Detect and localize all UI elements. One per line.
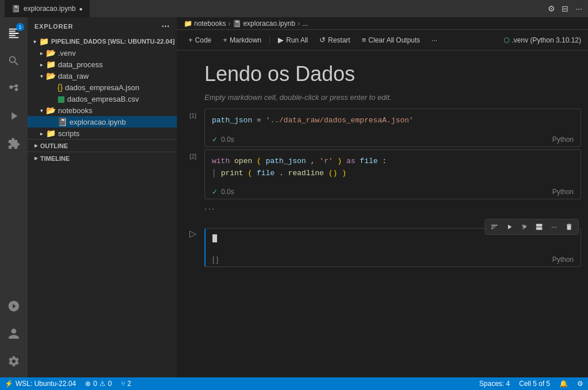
exploracao-label: exploracao.ipynb [69, 118, 126, 126]
tree-item-json[interactable]: {} dados_empresaA.json [28, 82, 177, 93]
breadcrumb-notebooks-label: notebooks [194, 20, 226, 28]
cell-code-inner-2: with open ( path_json , 'r' ) as file : [205, 150, 581, 186]
code-cell-2: [2] with open ( path_json , 'r' ) as [177, 149, 588, 200]
errors-status[interactable]: ⊗ 0 ⚠ 0 [80, 377, 116, 390]
tree-item-scripts[interactable]: ▸ 📁 scripts [28, 128, 177, 139]
cell-success-icon: ✓ [212, 136, 218, 144]
more-cell-button[interactable]: ··· [547, 221, 561, 233]
more-toolbar-button[interactable]: ··· [427, 34, 442, 46]
more-icon[interactable]: ··· [574, 4, 583, 13]
cell-output-5: [ ] [206, 254, 218, 265]
scripts-folder-icon: 📁 [46, 129, 56, 138]
main-layout: 1 Explorer ⋯ [0, 17, 588, 377]
cell-gutter-1: [1] [181, 109, 204, 119]
run-debug-activity-icon[interactable] [0, 102, 28, 130]
timeline-label: TIMELINE [40, 155, 69, 162]
code-token: readline [288, 169, 324, 177]
search-activity-icon[interactable] [0, 47, 28, 75]
outline-header[interactable]: ▸ OUTLINE [28, 140, 177, 152]
explorer-activity-icon[interactable]: 1 [0, 20, 28, 47]
timeline-arrow-icon: ▸ [34, 155, 38, 162]
activity-badge: 1 [16, 23, 24, 31]
bell-icon: 🔔 [559, 380, 568, 388]
cell-code-area-2[interactable]: with open ( path_json , 'r' ) as file : [204, 149, 581, 200]
gear-icon[interactable]: ⚙ [547, 4, 556, 13]
source-control-activity-icon[interactable] [0, 75, 28, 102]
cell-number-1: [1] [189, 109, 196, 119]
folder-icon: 📁 [39, 37, 49, 46]
cell-output-2: ✓ 0.0s [205, 186, 234, 198]
breadcrumb-more[interactable]: ... [302, 20, 308, 28]
data-process-arrow-icon: ▸ [37, 61, 46, 68]
clear-outputs-button[interactable]: ≡ Clear All Outputs [357, 34, 425, 46]
tree-item-notebooks[interactable]: ▾ 📂 notebooks [28, 105, 177, 116]
add-markdown-button[interactable]: + Markdown [218, 34, 266, 46]
add-markdown-icon: + [223, 36, 227, 44]
ellipsis-row: ··· [177, 202, 588, 217]
run-all-button[interactable]: ▶ Run All [273, 34, 312, 46]
cell-lang-2: Python [552, 188, 581, 196]
editor-tab[interactable]: 📓 exploracao.ipynb ● [5, 0, 90, 17]
code-token: ( [247, 169, 252, 177]
breadcrumb: 📁 notebooks › 📓 exploracao.ipynb › ... [177, 17, 588, 30]
tree-root[interactable]: ▾ 📁 PIPELINE_DADOS [WSL: UBUNTU-22.04] [28, 36, 177, 47]
tree-item-data-raw[interactable]: ▾ 📂 data_raw [28, 70, 177, 82]
status-settings[interactable]: ⚙ [572, 380, 588, 388]
title-bar-actions: ⚙ ⊟ ··· [547, 4, 583, 13]
cell-code-area-1[interactable]: path_json = '../data_raw/dados_empresaA.… [204, 109, 581, 147]
file-tree: ▾ 📁 PIPELINE_DADOS [WSL: UBUNTU-22.04] ▸… [28, 36, 177, 377]
delete-cell-button[interactable] [562, 221, 576, 233]
notebooks-arrow-icon: ▾ [37, 107, 46, 114]
cell-gutter-5: ▷ [181, 228, 204, 239]
cell-success-icon2: ✓ [212, 188, 218, 196]
tree-item-venv[interactable]: ▸ 📂 .venv [28, 47, 177, 59]
code-token: ) [342, 169, 346, 177]
kernel-info[interactable]: ⬡ .venv (Python 3.10.12) [504, 36, 581, 44]
git-branch-icon: ⑂ [121, 380, 125, 388]
settings-activity-icon[interactable] [0, 347, 28, 375]
wsl-status[interactable]: ⚡ WSL: Ubuntu-22.04 [0, 377, 80, 390]
code-cell-5: ··· ▷ [ ] [177, 228, 588, 267]
account-activity-icon[interactable] [0, 320, 28, 347]
split-cell-button[interactable] [532, 221, 546, 233]
add-code-button[interactable]: + Code [184, 34, 216, 46]
notebooks-label: notebooks [58, 106, 92, 115]
add-code-icon: + [188, 36, 193, 44]
cell-gutter-2: [2] [181, 149, 204, 160]
run-indicator-5[interactable]: ▷ [184, 228, 202, 239]
cell-time-1: 0.0s [221, 136, 234, 144]
remote-activity-icon[interactable] [0, 292, 28, 320]
breadcrumb-notebooks[interactable]: 📁 notebooks [184, 20, 226, 28]
restart-button[interactable]: ↺ Restart [315, 34, 355, 46]
code-token: ) [338, 157, 342, 165]
csv-arrow-spacer [48, 96, 57, 102]
tree-item-exploracao[interactable]: 📓 exploracao.ipynb [28, 116, 177, 128]
extensions-activity-icon[interactable] [0, 130, 28, 157]
timeline-header[interactable]: ▸ TIMELINE [28, 152, 177, 164]
code-token: open [234, 157, 252, 165]
spaces-status[interactable]: Spaces: 4 [475, 380, 514, 388]
more-toolbar-icon: ··· [432, 36, 438, 44]
run-cell-button[interactable]: ▷ [189, 228, 196, 239]
git-status[interactable]: ⑂ 2 [117, 377, 136, 390]
json-arrow-spacer [48, 84, 57, 91]
folder-icon2: 📁 [46, 60, 56, 69]
tab-filename: exploracao.ipynb [24, 5, 76, 13]
error-icon: ⊗ [85, 380, 91, 388]
code-token: as [346, 157, 359, 165]
layout-icon[interactable]: ⊟ [560, 4, 570, 13]
markdown-empty-hint[interactable]: Empty markdown cell, double-click or pre… [204, 93, 560, 102]
cell-position-label: Cell 5 of 5 [519, 380, 550, 388]
cell-position-status[interactable]: Cell 5 of 5 [514, 380, 555, 388]
tree-item-csv[interactable]: ▦ dados_empresaB.csv [28, 93, 177, 105]
venv-arrow-icon: ▸ [37, 50, 46, 56]
activity-bar: 1 [0, 17, 28, 377]
new-file-icon[interactable]: ⋯ [161, 22, 170, 31]
run-above-button[interactable] [502, 221, 516, 233]
tree-item-data-process[interactable]: ▸ 📁 data_process [28, 59, 177, 70]
notification-bell[interactable]: 🔔 [555, 380, 572, 388]
breadcrumb-file[interactable]: 📓 exploracao.ipynb [233, 20, 295, 28]
json-label: dados_empresaA.json [65, 83, 139, 92]
format-cell-button[interactable] [488, 221, 501, 233]
run-below-button[interactable] [517, 221, 531, 233]
